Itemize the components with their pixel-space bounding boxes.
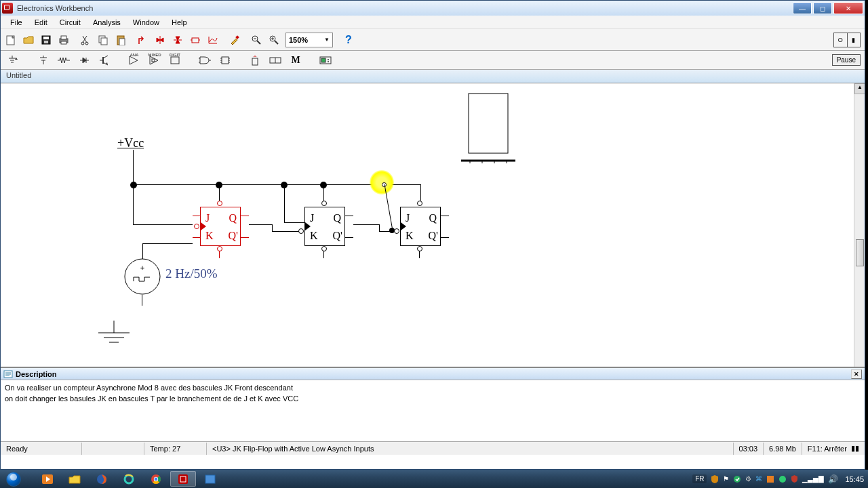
pin bbox=[193, 237, 201, 238]
control-button[interactable] bbox=[265, 52, 285, 68]
ground-symbol[interactable] bbox=[94, 321, 134, 348]
titlebar[interactable]: Electronics Workbench — ◻ ✕ bbox=[1, 1, 865, 16]
close-button[interactable]: ✕ bbox=[833, 2, 863, 14]
help-button[interactable]: ? bbox=[340, 31, 357, 49]
misc-button[interactable]: M bbox=[285, 52, 306, 68]
schematic-canvas[interactable]: +Vcc J K Q Q' bbox=[1, 83, 865, 367]
language-indicator[interactable]: FR bbox=[692, 474, 707, 483]
status-temp: Temp: 27 bbox=[144, 443, 207, 455]
subcircuit-button[interactable] bbox=[186, 31, 204, 49]
flipflop-u1[interactable]: J K Q Q' bbox=[200, 207, 241, 246]
zoom-select[interactable]: 150%▼ bbox=[285, 33, 333, 47]
wire-in-progress bbox=[379, 184, 399, 233]
indicator-button[interactable] bbox=[245, 52, 265, 68]
scroll-up-button[interactable]: ▲ bbox=[854, 83, 865, 94]
pause-button[interactable]: Pause bbox=[832, 54, 861, 66]
pin-q-label: Q bbox=[229, 212, 237, 224]
chip-button[interactable] bbox=[215, 52, 235, 68]
vertical-scrollbar[interactable]: ▲ bbox=[854, 83, 865, 367]
tray-gears-icon[interactable]: ⚙ bbox=[745, 475, 751, 483]
basic-button[interactable] bbox=[33, 52, 54, 68]
tray-clock[interactable]: 15:45 bbox=[845, 475, 864, 483]
resistor-button[interactable] bbox=[54, 52, 74, 68]
statusbar: Ready Temp: 27 <U3> JK Flip-Flop with Ac… bbox=[1, 441, 865, 455]
scroll-thumb[interactable] bbox=[856, 239, 864, 266]
tray-network-icon[interactable]: ▁▃▅▇ bbox=[802, 475, 824, 483]
wire bbox=[142, 243, 193, 244]
paste-button[interactable] bbox=[112, 31, 130, 49]
taskbar-ewb[interactable] bbox=[170, 471, 196, 487]
svg-rect-3 bbox=[44, 41, 48, 43]
new-button[interactable] bbox=[2, 31, 20, 49]
print-button[interactable] bbox=[55, 31, 73, 49]
menu-edit[interactable]: Edit bbox=[29, 17, 53, 28]
instruments-button[interactable] bbox=[315, 52, 336, 68]
diode-button[interactable] bbox=[74, 52, 94, 68]
tray-bluetooth-icon[interactable]: ⌘ bbox=[755, 475, 762, 483]
display-instrument[interactable] bbox=[460, 93, 516, 163]
svg-line-18 bbox=[257, 41, 260, 44]
rotate-button[interactable] bbox=[134, 31, 151, 49]
simulate-switch[interactable]: O▮ bbox=[833, 33, 861, 47]
analog-ic-button[interactable]: ANA bbox=[124, 52, 144, 68]
tray-safely-remove-icon[interactable] bbox=[778, 475, 787, 483]
zoom-value: 150% bbox=[289, 36, 308, 44]
start-button[interactable] bbox=[0, 470, 27, 488]
tray-shield-icon[interactable] bbox=[711, 474, 719, 484]
flipflop-u2[interactable]: J K Q Q' bbox=[304, 207, 345, 246]
save-button[interactable] bbox=[37, 31, 55, 49]
menu-file[interactable]: File bbox=[5, 17, 28, 28]
copy-button[interactable] bbox=[94, 31, 112, 49]
sources-button[interactable] bbox=[2, 52, 22, 68]
zoomout-button[interactable] bbox=[248, 31, 265, 49]
svg-rect-41 bbox=[222, 57, 229, 64]
cut-button[interactable] bbox=[77, 31, 94, 49]
taskbar-chrome[interactable] bbox=[143, 471, 169, 487]
menu-analysis[interactable]: Analysis bbox=[87, 17, 126, 28]
tray-antivirus-icon[interactable] bbox=[791, 474, 798, 483]
description-body[interactable]: On va realiser un compteur Asynchrone Mo… bbox=[1, 380, 865, 441]
open-button[interactable] bbox=[20, 31, 37, 49]
tray-flag-icon[interactable]: ⚑ bbox=[723, 475, 729, 483]
tray-sync-icon[interactable] bbox=[733, 475, 741, 483]
taskbar-app[interactable] bbox=[197, 471, 223, 487]
flipflop-u3[interactable]: J K Q Q' bbox=[400, 207, 441, 246]
taskbar-mediaplayer[interactable] bbox=[35, 471, 60, 487]
taskbar[interactable]: FR ⚑ ⚙ ⌘ ▁▃▅▇ 🔊 15:45 bbox=[0, 470, 868, 488]
status-blank bbox=[82, 443, 144, 455]
description-close-button[interactable]: ✕ bbox=[851, 369, 862, 379]
maximize-button[interactable]: ◻ bbox=[813, 2, 832, 14]
status-sim-time: 03:03 bbox=[734, 443, 764, 455]
clock-source[interactable]: + bbox=[124, 258, 161, 295]
app-window: Electronics Workbench — ◻ ✕ File Edit Ci… bbox=[0, 0, 865, 470]
status-ready: Ready bbox=[1, 443, 82, 455]
mixed-ic-button[interactable]: MIXED bbox=[144, 52, 165, 68]
properties-button[interactable] bbox=[226, 31, 243, 49]
graph-button[interactable] bbox=[204, 31, 222, 49]
menu-window[interactable]: Window bbox=[127, 17, 165, 28]
flipv-button[interactable] bbox=[169, 31, 186, 49]
vcc-label: +Vcc bbox=[117, 136, 144, 150]
status-f11[interactable]: F11: Arrêter ▮▮ bbox=[802, 443, 865, 455]
clear-bubble bbox=[217, 246, 222, 251]
svg-rect-48 bbox=[252, 58, 258, 65]
description-header[interactable]: Description ✕ bbox=[1, 368, 865, 380]
svg-rect-12 bbox=[119, 39, 125, 45]
document-tab[interactable]: Untitled bbox=[1, 70, 865, 83]
taskbar-ie[interactable] bbox=[116, 471, 142, 487]
menu-help[interactable]: Help bbox=[166, 17, 193, 28]
menu-circuit[interactable]: Circuit bbox=[54, 17, 86, 28]
description-icon bbox=[3, 370, 13, 378]
transistor-button[interactable] bbox=[94, 52, 115, 68]
taskbar-explorer[interactable] bbox=[62, 471, 87, 487]
zoomin-button[interactable] bbox=[265, 31, 283, 49]
pin bbox=[323, 251, 324, 258]
fliph-button[interactable] bbox=[151, 31, 169, 49]
svg-rect-80 bbox=[178, 474, 188, 484]
gate-button[interactable] bbox=[195, 52, 215, 68]
minimize-button[interactable]: — bbox=[793, 2, 812, 14]
tray-hotspot-icon[interactable] bbox=[766, 475, 774, 483]
taskbar-firefox[interactable] bbox=[89, 471, 115, 487]
tray-volume-icon[interactable]: 🔊 bbox=[828, 474, 838, 484]
digital-ic-button[interactable]: DIGIT bbox=[165, 52, 185, 68]
